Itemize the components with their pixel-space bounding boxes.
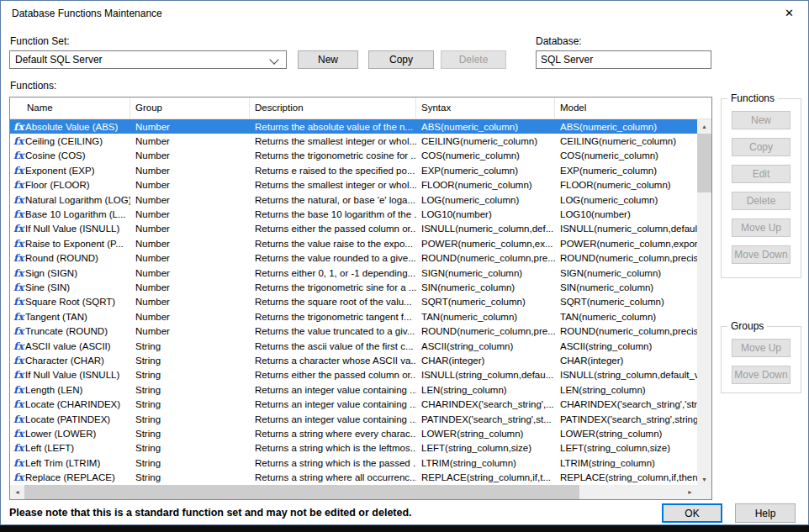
cell-syntax: SIN(numeric_column) [416,282,555,292]
cell-syntax: FLOOR(numeric_column) [416,180,555,190]
cell-group: String [130,399,250,409]
table-row[interactable]: fxCharacter (CHAR)StringReturns a charac… [10,353,697,367]
table-row[interactable]: fxSign (SIGN)NumberReturns either 0, 1, … [10,266,697,280]
vertical-scroll-track[interactable] [697,134,711,472]
cell-name: fxLocate (PATINDEX) [10,413,130,425]
table-row[interactable]: fxSine (SIN)NumberReturns the trigonomet… [10,280,697,294]
function-name-text: Natural Logarithm (LOG) [25,195,130,205]
function-icon: fx [13,296,25,308]
function-name-text: Locate (PATINDEX) [25,414,110,424]
table-row[interactable]: fxReplace (REPLACE)StringReturns a strin… [10,470,697,484]
cell-group: String [130,341,250,351]
functions-label: Functions: [10,80,56,92]
horizontal-scroll-track[interactable] [24,485,683,499]
table-row[interactable]: fxLeft Trim (LTRIM)StringReturns a strin… [10,456,697,470]
cell-model: ASCII(string_column) [555,341,697,351]
function-icon: fx [13,282,25,293]
cell-group: Number [130,180,250,190]
copy-function-set-button[interactable]: Copy [368,50,434,69]
scroll-right-icon: ► [687,489,693,495]
cell-syntax: SQRT(numeric_column) [416,297,555,307]
cell-model: LEN(string_column) [555,385,697,395]
table-row[interactable]: fxASCII value (ASCII)StringReturns the a… [10,339,697,353]
column-header-group[interactable]: Group [130,97,250,119]
scroll-up-button[interactable]: ▲ [697,119,711,134]
table-row[interactable]: fxLength (LEN)StringReturns an integer v… [10,382,697,397]
cell-model: REPLACE(string_column,if,then) [555,472,697,482]
table-row[interactable]: fxIf Null Value (ISNULL)NumberReturns ei… [10,222,697,236]
new-function-set-button[interactable]: New [298,50,358,69]
horizontal-scroll-thumb[interactable] [24,485,579,499]
cell-model: LOG10(number) [555,209,697,219]
column-header-model[interactable]: Model [555,97,711,119]
cell-model: COS(numeric_column) [555,150,697,161]
table-row[interactable]: fxNatural Logarithm (LOG)NumberReturns t… [10,192,697,207]
scroll-left-button[interactable]: ◄ [10,485,24,499]
functions-delete-button: Delete [732,192,790,210]
table-row[interactable]: fxCosine (COS)NumberReturns the trigonom… [10,149,697,163]
cell-name: fxReplace (REPLACE) [10,471,130,483]
cell-model: SIN(numeric_column) [555,282,697,292]
horizontal-scrollbar[interactable]: ◄ ► [10,485,697,499]
table-row[interactable]: fxFloor (FLOOR)NumberReturns the smalles… [10,178,697,192]
cell-group: String [130,472,250,482]
cell-syntax: ISNULL(string_column,defau... [416,370,555,380]
table-row[interactable]: fxBase 10 Logarithm (L...NumberReturns t… [10,207,697,221]
table-row[interactable]: fxAbsolute Value (ABS)NumberReturns the … [10,119,697,134]
cell-syntax: LEFT(string_column,size) [416,443,555,453]
function-icon: fx [13,398,25,410]
function-icon: fx [13,150,25,161]
column-header-name[interactable]: Name [10,97,130,119]
function-icon: fx [13,238,25,250]
vertical-scrollbar[interactable]: ▲ ▼ [697,119,711,487]
function-name-text: Lower (LOWER) [25,429,96,439]
cell-name: fxCosine (COS) [10,150,130,161]
close-button[interactable]: ✕ [770,1,808,25]
table-row[interactable]: fxCeiling (CEILING)NumberReturns the sma… [10,134,697,148]
table-row[interactable]: fxRaise to Exponent (P...NumberReturns t… [10,236,697,250]
chevron-down-icon [269,55,278,64]
table-row[interactable]: fxLocate (CHARINDEX)StringReturns an int… [10,397,697,411]
function-icon: fx [13,384,25,396]
window-title: Database Functions Maintenance [12,1,162,26]
cell-description: Returns the natural, or base 'e' loga... [250,195,416,205]
cell-model: TAN(numeric_column) [555,312,697,322]
function-name-text: Replace (REPLACE) [25,472,115,482]
table-row[interactable]: fxExponent (EXP)NumberReturns e raised t… [10,163,697,177]
table-row[interactable]: fxSquare Root (SQRT)NumberReturns the sq… [10,295,697,309]
database-field[interactable] [536,50,711,69]
table-row[interactable]: fxTruncate (ROUND)NumberReturns the valu… [10,324,697,338]
cell-description: Returns an integer value containing ... [250,399,416,409]
function-name-text: Exponent (EXP) [25,166,94,176]
cell-syntax: CEILING(numeric_column) [416,136,555,146]
vertical-scroll-thumb[interactable] [697,134,711,192]
cell-name: fxLower (LOWER) [10,428,130,440]
cell-group: Number [130,297,250,307]
table-row[interactable]: fxTangent (TAN)NumberReturns the trigono… [10,309,697,324]
cell-group: Number [130,195,250,205]
functions-table: NameGroupDescriptionSyntaxModel fxAbsolu… [9,97,712,500]
table-row[interactable]: fxLower (LOWER)StringReturns a string wh… [10,426,697,440]
function-set-combobox[interactable]: Default SQL Server [9,50,287,69]
table-row[interactable]: fxRound (ROUND)NumberReturns the value r… [10,251,697,266]
function-name-text: Sine (SIN) [25,282,70,292]
cell-description: Returns e raised to the specified po... [250,166,416,176]
table-row[interactable]: fxIf Null Value (ISNULL)StringReturns ei… [10,368,697,382]
column-header-syntax[interactable]: Syntax [416,97,555,119]
ok-button[interactable]: OK [662,503,722,523]
column-header-description[interactable]: Description [250,97,416,119]
scroll-right-button[interactable]: ► [683,485,697,499]
table-row[interactable]: fxLocate (PATINDEX)StringReturns an inte… [10,412,697,426]
cell-syntax: ISNULL(numeric_column,def... [416,224,555,234]
cell-description: Returns an integer value containing ... [250,385,416,395]
function-icon: fx [13,194,25,206]
help-button[interactable]: Help [735,503,796,523]
table-header: NameGroupDescriptionSyntaxModel [10,97,711,119]
cell-description: Returns either the passed column or... [250,370,416,380]
table-row[interactable]: fxLeft (LEFT)StringReturns a string whic… [10,441,697,456]
groups-group-box: Groups Move UpMove Down [721,326,801,393]
cell-description: Returns the square root of the valu... [250,297,416,307]
groups-move-down-button: Move Down [732,366,790,384]
cell-group: Number [130,150,250,161]
function-icon: fx [13,165,25,176]
